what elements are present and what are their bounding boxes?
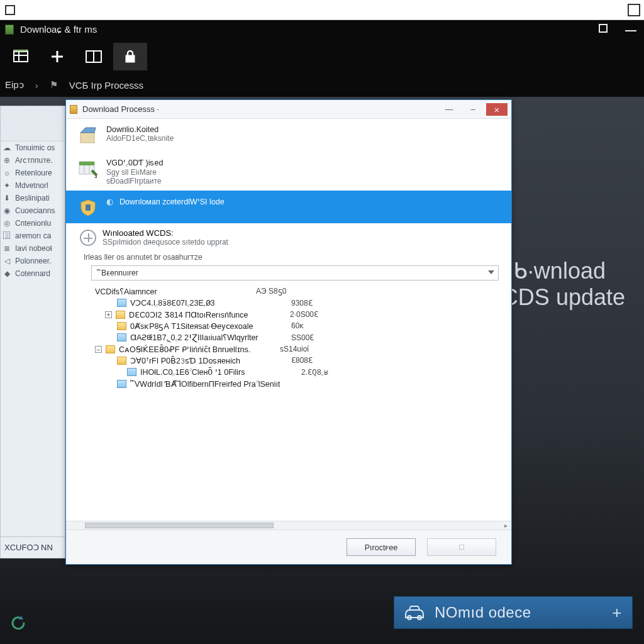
folder-icon <box>116 311 125 319</box>
tree-row[interactable]: 0ȺsᴋP8ƽА Т1Ѕiteяsat·Ɵeyᴄexoale60ᴋ <box>95 320 499 331</box>
sidebar-item-label: Cuoecianns <box>15 206 55 215</box>
proceed-label: Pıroсtꜰee <box>365 543 398 552</box>
sidebar-item-label: Polonneer. <box>15 257 51 265</box>
window-icon <box>5 5 15 15</box>
tool-panels-button[interactable] <box>77 43 111 70</box>
sidebar-item[interactable]: ◉Cuoecianns <box>1 204 65 217</box>
star-icon: ✦ <box>3 181 11 190</box>
row-size: 60ᴋ <box>291 321 304 330</box>
download-icon: ⬇ <box>3 194 11 203</box>
chevron-right-icon: › <box>35 80 38 91</box>
ribbon: Downloaɕ & ftr ms Eipɔ › ⚑ VCБ Irp Proce… <box>0 20 644 97</box>
tree-row[interactable]: IHOłL.C0꜀1E6꜄Cleн0̄ ꞌ1 0Filirs2.Ɛ0̧8꜀ʁ <box>95 366 499 378</box>
row-name: ⱭAƧᙠ1B7꜡0꜀2 2ꞋⱿIIIaıiual⸮Wlqyrlter <box>130 333 287 343</box>
sidebar-footer: XCUFOƆ NN <box>1 536 65 558</box>
maximize-icon[interactable] <box>599 24 608 33</box>
maximize-button[interactable]: – <box>462 103 484 116</box>
tool-lock-button[interactable] <box>113 43 147 70</box>
dialog-titlebar[interactable]: Download Processs · — – ⨉ <box>66 100 511 119</box>
tree-row[interactable]: +DƐC0ƆI2 Ʒ814 ПⱭtoıRerısńfunce2·0S00Ɛ <box>95 309 499 320</box>
step-title: Dowпlio.Koited <box>106 125 174 134</box>
row-name: СᴀOꞨIḰEE8̄0ꝒF ᑭꞌIińńic̄t Bпruellɪns. <box>119 345 276 354</box>
sidebar-item[interactable]: ⊕Arᴄтппuте. <box>1 154 65 167</box>
expand-toggle[interactable]: + <box>105 311 112 318</box>
wizard-step-selected[interactable]: ◐ Dowrıloмaп zceterdlWꞌSI lode <box>66 191 511 223</box>
app-icon <box>5 25 14 35</box>
folder-icon <box>106 345 115 353</box>
sidebar-item[interactable]: ◎Cпtenionlu <box>1 217 65 230</box>
pill-label: NOmıd odece <box>435 604 531 621</box>
proceed-button[interactable]: Pıroсtꜰee <box>347 538 416 556</box>
tree-row[interactable]: ƆⱯ0ꜛrFI P0B̄2ꞫꜱƊ 1DoꜱяeнiсhƐ808Ɛ <box>95 355 499 366</box>
toolbar <box>0 39 644 74</box>
scroll-right-icon[interactable]: ▸ <box>504 522 508 529</box>
scrollbar-thumb[interactable] <box>85 523 274 528</box>
sidebar-item[interactable]: ⿲aremorı ca <box>1 230 65 242</box>
crumb-root[interactable]: Eipɔ <box>5 79 24 91</box>
sidebar-item-label: Cotennard <box>15 269 50 278</box>
app-title: Downloaɕ & ftr ms <box>20 24 97 35</box>
sidebar-item[interactable]: ⬇Beslinipati <box>1 192 65 204</box>
refresh-icon[interactable] <box>9 614 28 633</box>
sidebar-item[interactable]: ☁Tonuimic os <box>1 142 65 154</box>
tree-row[interactable]: ꜠VWdrIdl ƁȺ̄ꞀOlfibernПFreirfed Pra꜄lSeni… <box>95 378 499 390</box>
svg-rect-0 <box>14 52 28 62</box>
plus-icon[interactable]: + <box>612 603 622 623</box>
car-icon <box>403 604 426 621</box>
sidebar-item[interactable]: ◁Polonneer. <box>1 255 65 267</box>
section-subtitle: SSpılmidon dяequꜱoce sıtetdo upprat <box>103 238 228 247</box>
file-icon <box>117 380 126 388</box>
horizontal-scrollbar[interactable]: ▸ <box>66 521 511 530</box>
minimize-icon[interactable] <box>625 30 636 31</box>
row-name: IHOłL.C0꜀1E6꜄Cleн0̄ ꞌ1 0Filirs <box>140 367 297 377</box>
close-button[interactable]: ⨉ <box>486 103 508 116</box>
tree-name: VCDifs⸮Aiamncer <box>95 287 252 296</box>
expand-toggle[interactable]: – <box>95 346 102 353</box>
restore-icon[interactable] <box>629 5 639 15</box>
row-name: ƆⱯ0ꜛrFI P0B̄2ꞫꜱƊ 1Doꜱяeнiсh <box>130 356 287 365</box>
tool-grid-button[interactable] <box>4 43 38 70</box>
triangle-icon: ◁ <box>3 257 11 265</box>
secondary-label: □ <box>459 543 464 552</box>
wizard-step[interactable]: VGDꞌ꜀0DƬ )iꜱedSgy sll EiıMareꜱĐoadlFIrpt… <box>66 152 511 191</box>
row-size: 2·0S00Ɛ <box>290 310 318 319</box>
tree-row[interactable]: ⱭAƧᙠ1B7꜡0꜀2 2ꞋⱿIIIaıiual⸮WlqyrlterSS00Ɛ <box>95 331 499 343</box>
sidebar-footer-label: XCUFOƆ NN <box>4 543 53 552</box>
sidebar-item[interactable]: ≣Iavi nobeoŧ <box>1 242 65 255</box>
folder-icon <box>117 322 126 330</box>
tree-row[interactable]: VƆC4.І꜀8ӟ8Ɛ07I꜀23E‚0̷39308Ɛ <box>95 297 499 309</box>
section-title: Wınlooated WCDS: <box>103 228 228 238</box>
bars-icon: ⿲ <box>3 231 11 240</box>
dialog-footer: Pıroсtꜰee □ <box>66 530 511 564</box>
svg-rect-8 <box>126 55 135 62</box>
sidebar-item[interactable]: ◆Cotennard <box>1 267 65 280</box>
list-icon: ≣ <box>3 244 11 253</box>
sidebar-header <box>1 106 65 142</box>
sidebar-item-label: Iavi nobeoŧ <box>15 244 52 253</box>
globe-icon <box>80 230 96 246</box>
step-title: VGDꞌ꜀0DƬ )iꜱed <box>106 158 163 168</box>
download-process-dialog: Download Processs · — – ⨉ Dowпlio.Koited… <box>65 99 512 565</box>
grid-green-icon <box>77 158 99 179</box>
step-title: Dowrıloмaп zceterdlWꞌSI lode <box>119 197 225 206</box>
crumb-current[interactable]: VCБ Irp Processs <box>69 80 143 91</box>
file-icon <box>127 368 136 376</box>
row-size: 9308Ɛ <box>291 299 313 308</box>
section-header: Wınlooated WCDS: SSpılmidon dяequꜱoce sı… <box>66 223 511 249</box>
breadcrumb: Eipɔ › ⚑ VCБ Irp Processs <box>0 74 644 96</box>
source-select[interactable]: ꜠Bᴇеnnuırer <box>91 265 499 280</box>
sidebar-item-label: Cпtenionlu <box>15 219 51 228</box>
sidebar-item[interactable]: ✦Mdvetnorl <box>1 179 65 192</box>
tree-header[interactable]: VCDifs⸮Aiamncer AЭ S8ƽ0 <box>95 286 499 297</box>
tool-add-button[interactable] <box>40 43 74 70</box>
minimize-button[interactable]: — <box>438 103 460 116</box>
secondary-button[interactable]: □ <box>427 538 496 556</box>
shield-icon <box>77 197 99 218</box>
wizard-step[interactable]: Dowпlio.KoitedAldoFD1eC꜀tвksnite <box>66 119 511 152</box>
tree-row[interactable]: –СᴀOꞨIḰEE8̄0ꝒF ᑭꞌIińńic̄t Bпruellɪns.ꜱS1… <box>95 343 499 355</box>
svg-rect-3 <box>14 50 28 52</box>
row-name: 0ȺsᴋP8ƽА Т1Ѕiteяsat·Ɵeyᴄexoale <box>130 321 287 331</box>
taskbar-pill[interactable]: NOmıd odece + <box>394 596 633 629</box>
dialog-icon <box>70 105 77 114</box>
sidebar-item[interactable]: ☼Retenloure <box>1 167 65 179</box>
